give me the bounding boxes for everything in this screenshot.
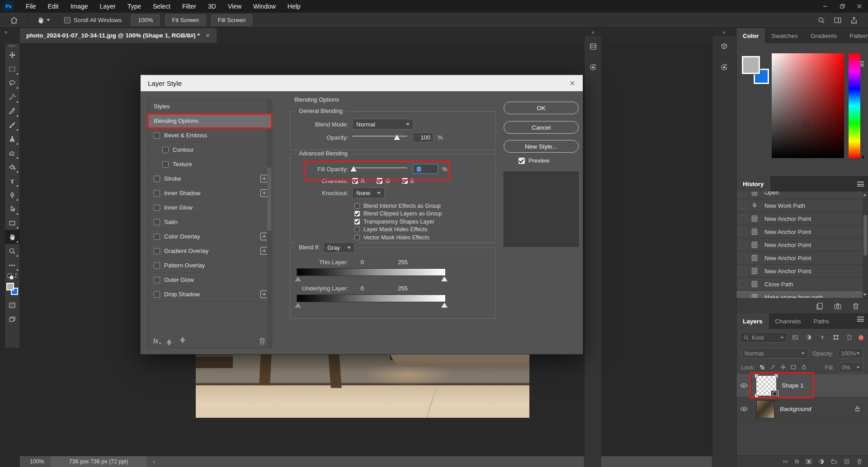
history-state-row[interactable]: New Anchor Point (736, 225, 868, 238)
3d-panel-icon[interactable] (712, 36, 736, 57)
move-style-down-icon[interactable] (180, 339, 185, 343)
channel-checkbox[interactable]: G (377, 177, 390, 184)
panel-menu-icon[interactable] (857, 182, 864, 187)
history-source-checkbox[interactable] (739, 241, 746, 248)
collapse-left-icon[interactable]: « (585, 28, 601, 36)
visibility-eye-icon[interactable] (736, 397, 752, 420)
hand-tool-icon[interactable] (32, 16, 55, 24)
layer-row-background[interactable]: Background (736, 397, 868, 421)
advanced-checkbox-row[interactable]: Transparency Shapes Layer (354, 218, 495, 225)
paint-bucket-tool[interactable] (5, 160, 19, 174)
hue-slider[interactable] (849, 53, 860, 158)
add-mask-icon[interactable] (806, 458, 812, 465)
underlying-white-slider[interactable] (441, 303, 448, 308)
slider-track[interactable] (352, 167, 407, 168)
style-checkbox[interactable] (154, 262, 160, 269)
foreground-background-swatches[interactable] (5, 282, 19, 298)
status-zoom-level[interactable]: 100% (20, 458, 51, 465)
layer-filter-select[interactable]: Kind (740, 332, 787, 343)
options-button[interactable]: Fit Screen (165, 14, 205, 26)
checkbox[interactable] (354, 203, 360, 209)
history-scrollbar[interactable] (863, 191, 868, 298)
layer-thumbnail[interactable] (756, 376, 776, 396)
style-item-row[interactable]: Inner Glow (148, 201, 272, 215)
properties-panel-icon[interactable] (585, 36, 601, 57)
lock-transparency-icon[interactable] (759, 364, 765, 370)
style-checkbox[interactable] (154, 205, 160, 211)
foreground-color-swatch[interactable] (742, 56, 760, 74)
preview-checkbox[interactable]: Preview (519, 157, 549, 164)
style-checkbox[interactable] (154, 190, 160, 196)
history-state-row[interactable]: New Anchor Point (736, 212, 868, 225)
lock-artboard-icon[interactable] (790, 364, 797, 370)
style-checkbox[interactable] (154, 176, 160, 182)
panel-grip[interactable] (9, 45, 16, 47)
style-checkbox[interactable] (154, 248, 160, 254)
fill-opacity-value-input[interactable]: 0 (413, 164, 438, 174)
history-state-row[interactable]: New Anchor Point (736, 265, 868, 278)
panel-tab[interactable]: Gradients (804, 28, 844, 43)
clone-stamp-tool[interactable] (5, 132, 19, 146)
checkbox[interactable] (354, 227, 360, 232)
scroll-down-icon[interactable] (863, 294, 867, 296)
history-state-row[interactable]: Make shape from path (736, 291, 868, 298)
ok-button[interactable]: OK (504, 102, 579, 114)
style-item-row[interactable]: Inner Shadow (148, 186, 272, 201)
history-panel-collapsed-icon[interactable] (712, 57, 736, 78)
layer-lock-icon[interactable] (854, 406, 861, 412)
options-button[interactable]: Fill Screen (211, 14, 252, 26)
tab-history[interactable]: History (736, 176, 770, 191)
move-style-up-icon[interactable] (166, 339, 172, 343)
style-item-row[interactable]: Outer Glow (148, 273, 272, 287)
delete-state-icon[interactable] (852, 302, 860, 310)
style-item-row[interactable]: Styles (148, 99, 272, 114)
style-checkbox[interactable] (162, 147, 169, 153)
close-tab-icon[interactable] (205, 33, 210, 38)
lock-pixels-icon[interactable] (769, 364, 776, 370)
share-icon[interactable] (850, 16, 858, 24)
menu-item[interactable]: Select (147, 0, 176, 13)
history-state-row[interactable]: Close Path (736, 278, 868, 291)
history-state-row[interactable]: New Work Path (736, 199, 868, 212)
dialog-title-bar[interactable]: Layer Style (141, 75, 583, 91)
magic-wand-tool[interactable] (5, 90, 19, 104)
new-snapshot-icon[interactable] (834, 302, 842, 310)
hue-marker[interactable] (861, 155, 864, 159)
style-item-row[interactable]: Pattern Overlay (148, 258, 272, 273)
rectangle-tool[interactable] (5, 216, 19, 230)
link-layers-icon[interactable] (782, 458, 788, 465)
lock-position-icon[interactable] (780, 364, 786, 370)
layer-name[interactable]: Background (780, 406, 811, 412)
menu-item[interactable]: File (20, 0, 42, 13)
history-source-checkbox[interactable] (739, 254, 746, 262)
type-tool[interactable]: T (5, 174, 19, 188)
new-group-icon[interactable] (831, 458, 837, 465)
style-checkbox[interactable] (154, 132, 160, 139)
close-window-button[interactable] (851, 0, 868, 13)
layer-name[interactable]: Shape 1 (782, 382, 803, 389)
brush-tool[interactable] (5, 118, 19, 132)
new-style-button[interactable]: New Style... (504, 140, 579, 153)
workspace-icon[interactable] (834, 16, 842, 24)
checkbox[interactable] (354, 219, 360, 224)
edit-toolbar-icon[interactable]: ••• (5, 258, 19, 272)
history-source-checkbox[interactable] (739, 280, 746, 288)
history-source-checkbox[interactable] (739, 191, 746, 196)
status-options-icon[interactable]: › (146, 458, 161, 465)
new-layer-icon[interactable] (844, 458, 850, 465)
style-item-row[interactable]: Satin (148, 215, 272, 229)
quick-mask-icon[interactable] (5, 298, 19, 312)
style-item-row[interactable]: Texture (148, 157, 272, 172)
filter-image-icon[interactable] (790, 332, 801, 342)
filter-smart-object-icon[interactable] (844, 332, 855, 342)
menu-item[interactable]: View (222, 0, 247, 13)
style-item-row[interactable]: Bevel & Emboss (148, 128, 272, 143)
style-item-row[interactable]: Gradient Overlay (148, 244, 272, 258)
saturation-brightness-box[interactable] (772, 53, 844, 158)
layer-blend-mode-select[interactable]: Normal (741, 348, 808, 359)
checkbox[interactable] (519, 158, 525, 164)
slider-thumb[interactable] (350, 166, 357, 172)
delete-layer-icon[interactable] (856, 458, 863, 465)
panel-tab[interactable]: Channels (769, 313, 807, 329)
this-layer-black-slider[interactable] (295, 276, 301, 281)
